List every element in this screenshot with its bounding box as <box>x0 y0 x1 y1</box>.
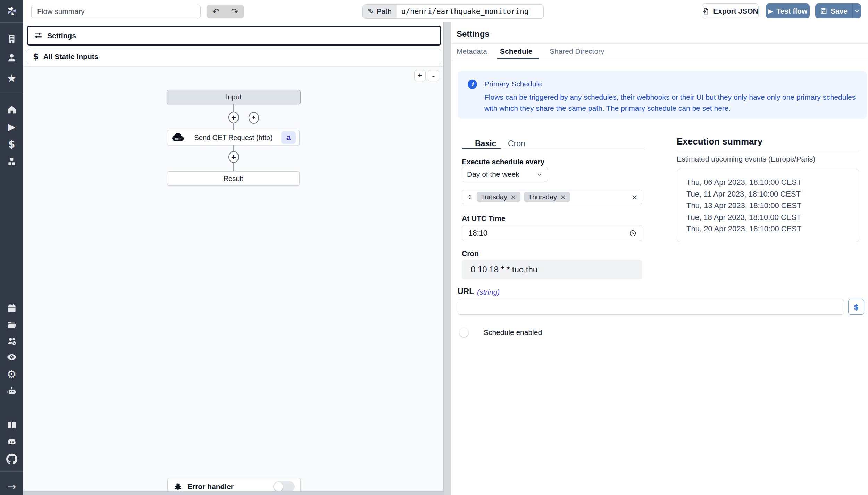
active-tab-underline <box>497 58 539 59</box>
folders-icon[interactable] <box>0 317 23 332</box>
upcoming-events-box: Thu, 06 Apr 2023, 18:10:00 CEST Tue, 11 … <box>677 169 859 242</box>
add-step-button-2[interactable]: + <box>228 151 239 163</box>
discord-icon[interactable] <box>0 435 23 450</box>
time-field <box>462 225 642 241</box>
save-menu-button[interactable] <box>852 3 861 18</box>
add-step-button-1[interactable]: + <box>228 112 239 123</box>
all-static-inputs-row[interactable]: $ All Static Inputs <box>27 49 441 64</box>
flow-settings-row[interactable]: Settings <box>27 26 441 46</box>
save-button[interactable]: Save <box>815 3 852 18</box>
remove-tag-icon[interactable]: × <box>510 193 516 201</box>
url-label: URL <box>458 287 474 296</box>
undo-icon[interactable]: ↶ <box>207 5 225 18</box>
sidebar-divider-top <box>0 22 23 23</box>
event-row: Tue, 11 Apr 2023, 18:10:00 CEST <box>686 188 859 200</box>
flow-node-step[interactable]: HTTP Send GET Request (http) a <box>167 130 300 145</box>
app-root: ★ ▶ $ <box>0 0 868 495</box>
event-row: Thu, 06 Apr 2023, 18:10:00 CEST <box>686 176 859 188</box>
settings-gear-icon[interactable]: ⚙ <box>0 366 23 382</box>
expand-arrow-right-icon[interactable]: → <box>0 479 23 494</box>
test-flow-button[interactable]: ▶ Test flow <box>766 3 810 18</box>
dollar-icon: $ <box>853 303 859 311</box>
tab-schedule[interactable]: Schedule <box>500 47 532 56</box>
url-input[interactable] <box>458 299 844 315</box>
clear-all-icon[interactable]: × <box>632 193 638 201</box>
url-type-hint: (string) <box>477 288 500 296</box>
cron-label: Cron <box>462 249 479 258</box>
all-static-inputs-label: All Static Inputs <box>43 52 99 61</box>
user-icon[interactable] <box>0 50 23 65</box>
schedules-calendar-icon[interactable] <box>0 300 23 316</box>
http-cloud-text: HTTP <box>175 138 181 140</box>
variable-picker-button[interactable]: $ <box>848 299 864 315</box>
docs-book-icon[interactable] <box>0 418 23 433</box>
dollar-icon: $ <box>33 52 39 61</box>
execution-summary-subtitle: Estimated upcoming events (Europe/Paris) <box>677 155 815 163</box>
divider <box>677 152 859 152</box>
groups-users-icon[interactable] <box>0 333 23 349</box>
days-multiselect[interactable]: Tuesday × Thursday × × <box>462 190 642 204</box>
error-handler-toggle[interactable] <box>273 481 295 492</box>
frequency-value: Day of the week <box>467 170 519 179</box>
flow-node-input[interactable]: Input <box>167 90 301 104</box>
redo-icon[interactable]: ↷ <box>225 5 244 18</box>
flow-node-step-label: Send GET Request (http) <box>185 134 281 142</box>
flow-editor-pane: Settings $ All Static Inputs + - Input + <box>23 22 443 495</box>
flow-node-result-label: Result <box>167 175 299 183</box>
active-schedule-tab-underline <box>462 148 501 149</box>
resources-boxes-icon[interactable] <box>0 154 23 170</box>
zoom-out-button[interactable]: - <box>428 70 439 81</box>
execution-summary-title: Execution summary <box>677 136 762 147</box>
remove-tag-icon[interactable]: × <box>560 193 566 201</box>
windmill-logo-icon <box>5 5 18 18</box>
variables-dollar-icon[interactable]: $ <box>0 137 23 152</box>
workspace-icon[interactable] <box>0 31 23 47</box>
sidebar-divider-mid <box>0 93 23 93</box>
execute-every-label: Execute schedule every <box>462 158 544 166</box>
tab-metadata[interactable]: Metadata <box>457 47 487 56</box>
runs-play-icon[interactable]: ▶ <box>0 119 23 134</box>
zoom-in-button[interactable]: + <box>414 70 426 81</box>
sidebar: ★ ▶ $ <box>0 0 23 495</box>
flow-summary-input[interactable] <box>31 5 201 18</box>
flow-graph-canvas[interactable]: + - Input + HTTP Send GET Request ( <box>23 66 443 495</box>
chevron-down-icon <box>536 171 543 178</box>
tab-cron[interactable]: Cron <box>508 139 525 148</box>
info-icon: i <box>468 80 477 89</box>
sidebar-divider-bottom <box>0 471 23 472</box>
unfold-icon <box>466 193 473 200</box>
path-input[interactable] <box>397 5 543 18</box>
frequency-select[interactable]: Day of the week <box>462 167 548 182</box>
topbar: ↶ ↷ ✎ Path Export JSON ▶ Test flow <box>23 0 868 23</box>
github-icon[interactable] <box>0 451 23 467</box>
export-json-button[interactable]: Export JSON <box>702 3 759 18</box>
save-icon <box>820 7 827 15</box>
event-row: Thu, 20 Apr 2023, 18:10:00 CEST <box>686 223 859 235</box>
toggle-knob <box>459 328 468 337</box>
time-input[interactable] <box>468 228 539 238</box>
test-flow-label: Test flow <box>776 7 807 15</box>
step-id-badge: a <box>281 131 296 144</box>
trigger-bolt-button[interactable] <box>249 112 259 124</box>
http-cloud-icon: HTTP <box>171 133 185 142</box>
schedule-enabled-label: Schedule enabled <box>484 328 542 337</box>
tab-shared-directory[interactable]: Shared Directory <box>550 47 604 56</box>
cron-expression-box: 0 10 18 * * tue,thu <box>462 260 642 279</box>
audit-logs-eye-icon[interactable] <box>0 349 23 365</box>
pane-resize-handle[interactable] <box>443 22 451 495</box>
flow-node-result[interactable]: Result <box>167 171 300 186</box>
home-icon[interactable] <box>0 102 23 117</box>
bug-icon <box>173 482 183 491</box>
favorites-star-icon[interactable]: ★ <box>0 71 23 86</box>
settings-panel-title: Settings <box>457 29 490 39</box>
workers-robot-icon[interactable] <box>0 383 23 398</box>
divider <box>451 60 868 60</box>
error-handler-label: Error handler <box>187 482 234 491</box>
clock-icon[interactable] <box>629 230 636 237</box>
day-tag-tuesday: Tuesday × <box>477 192 520 202</box>
undo-redo-group: ↶ ↷ <box>207 5 244 18</box>
canvas-horizontal-scrollbar[interactable] <box>23 491 443 495</box>
windmill-logo[interactable] <box>0 3 23 19</box>
tab-basic[interactable]: Basic <box>475 139 496 148</box>
plus-icon: + <box>231 153 236 161</box>
